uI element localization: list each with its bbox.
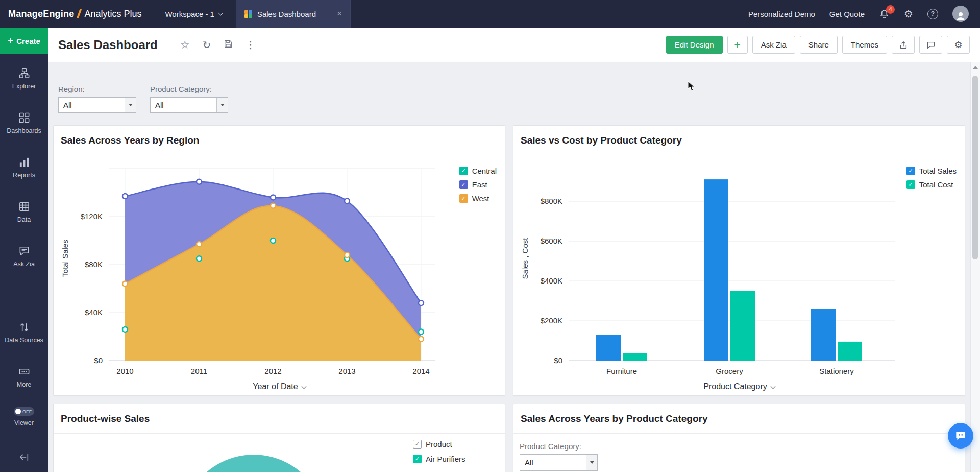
explorer-icon <box>18 67 30 79</box>
header-actions: Edit Design + Ask Zia Share Themes ⚙ <box>666 36 970 54</box>
add-widget-button[interactable]: + <box>727 36 748 54</box>
data-sources-icon <box>18 321 30 333</box>
svg-text:$600K: $600K <box>541 237 562 245</box>
user-avatar[interactable] <box>952 6 969 22</box>
svg-text:$40K: $40K <box>85 308 103 317</box>
help-button[interactable]: ? <box>927 9 938 19</box>
dashboard-tab-icon <box>244 10 252 18</box>
checkbox-checked-icon: ✓ <box>413 455 422 463</box>
save-button[interactable] <box>224 39 233 50</box>
svg-text:$120K: $120K <box>81 212 103 221</box>
scroll-up-arrow[interactable] <box>973 66 978 69</box>
widget-title: Sales Across Years by Product Category <box>513 404 965 434</box>
plus-icon: + <box>8 35 13 46</box>
tab-sales-dashboard[interactable]: Sales Dashboard × <box>236 0 351 28</box>
ask-zia-icon <box>18 245 30 257</box>
main-area: Sales Dashboard ☆ ↻ ⋮ Edit Design + Ask … <box>48 28 980 472</box>
widget-product-wise-sales: Product-wise Sales ✓ Product ✓ Air Purif… <box>53 404 505 472</box>
sidebar-item-more[interactable]: More <box>0 366 48 389</box>
tab-close-icon[interactable]: × <box>337 9 342 19</box>
sidebar-item-data-sources[interactable]: Data Sources <box>0 321 48 344</box>
chart-legend: ✓ Total Sales ✓ Total Cost <box>906 167 957 189</box>
person-icon <box>954 10 967 22</box>
widget-title: Product-wise Sales <box>54 404 505 434</box>
legend-item-product[interactable]: ✓ Product <box>413 440 465 449</box>
viewer-toggle[interactable]: OFF <box>14 407 34 416</box>
more-options-button[interactable]: ⋮ <box>246 40 255 50</box>
checkbox-checked-icon: ✓ <box>459 194 468 203</box>
brand-manageengine-text: ManageEngine <box>8 9 74 19</box>
brand-logo[interactable]: ManageEngine Analytics Plus <box>0 9 152 19</box>
ask-zia-button[interactable]: Ask Zia <box>752 36 795 54</box>
x-axis-title[interactable]: Year of Date <box>54 382 505 391</box>
settings-gear-button[interactable]: ⚙ <box>904 9 913 19</box>
export-button[interactable] <box>892 36 915 54</box>
dashboard-canvas: Region: All Product Category: All Sales … <box>48 62 980 472</box>
comments-button[interactable] <box>919 36 942 54</box>
svg-text:$80K: $80K <box>85 260 103 269</box>
export-icon <box>899 40 908 50</box>
region-filter: Region: All <box>58 85 136 113</box>
chat-bubble-icon <box>954 429 967 442</box>
widget-grid: Sales Across Years by Region $0$40K$80K$… <box>53 125 975 472</box>
product-category-filter-select[interactable]: All <box>150 97 228 113</box>
page-title: Sales Dashboard <box>58 38 158 52</box>
checkbox-checked-icon: ✓ <box>413 440 422 449</box>
svg-text:$200K: $200K <box>541 316 562 325</box>
favorite-star-button[interactable]: ☆ <box>180 39 190 50</box>
dropdown-arrow-icon <box>216 98 228 112</box>
sidebar-item-dashboards[interactable]: Dashboards <box>0 112 48 135</box>
share-button[interactable]: Share <box>800 36 838 54</box>
sidebar-item-data[interactable]: Data <box>0 201 48 224</box>
svg-text:2013: 2013 <box>338 367 355 375</box>
region-filter-select[interactable]: All <box>58 97 136 113</box>
sidebar: + Create Explorer Dashboards Reports Dat… <box>0 28 48 472</box>
widget-filter-label: Product Category: <box>520 442 965 451</box>
zia-chat-button[interactable] <box>948 423 973 449</box>
chevron-down-icon <box>770 384 775 389</box>
widget-sales-across-years-by-region: Sales Across Years by Region $0$40K$80K$… <box>53 125 505 396</box>
reports-icon <box>18 156 30 168</box>
y-axis-title: Total Sales <box>61 240 69 277</box>
sidebar-collapse-button[interactable] <box>18 452 30 465</box>
dashboards-icon <box>18 112 30 124</box>
product-category-filter-label: Product Category: <box>150 85 228 93</box>
sidebar-item-viewer: OFF Viewer <box>0 407 48 427</box>
sidebar-item-reports[interactable]: Reports <box>0 156 48 179</box>
checkbox-checked-icon: ✓ <box>459 167 468 175</box>
svg-text:2011: 2011 <box>191 367 207 375</box>
edit-design-button[interactable]: Edit Design <box>666 36 723 54</box>
legend-item-total-sales[interactable]: ✓ Total Sales <box>906 167 957 175</box>
widget-category-filter-select[interactable]: All <box>520 454 598 471</box>
checkbox-checked-icon: ✓ <box>906 167 915 175</box>
legend-item-total-cost[interactable]: ✓ Total Cost <box>906 180 957 189</box>
workspace-selector[interactable]: Workspace - 1 <box>152 0 235 28</box>
top-bar: ManageEngine Analytics Plus Workspace - … <box>0 0 980 28</box>
refresh-button[interactable]: ↻ <box>203 40 211 50</box>
collapse-icon <box>18 452 30 463</box>
widget-sales-vs-cost-by-product-category: Sales vs Cost by Product Category $0$200… <box>513 125 965 396</box>
brand-product-text: Analytics Plus <box>84 9 141 19</box>
dropdown-arrow-icon <box>586 455 597 470</box>
x-axis-title[interactable]: Product Category <box>513 382 965 391</box>
toggle-knob-icon <box>15 409 21 414</box>
get-quote-link[interactable]: Get Quote <box>829 10 865 18</box>
region-filter-label: Region: <box>58 85 136 93</box>
sidebar-item-explorer[interactable]: Explorer <box>0 67 48 90</box>
sidebar-item-ask-zia[interactable]: Ask Zia <box>0 245 48 268</box>
dashboard-header: Sales Dashboard ☆ ↻ ⋮ Edit Design + Ask … <box>48 28 980 62</box>
workspace-label: Workspace - 1 <box>165 10 214 18</box>
legend-item-air-purifiers[interactable]: ✓ Air Purifiers <box>413 455 465 463</box>
gear-icon: ⚙ <box>954 40 962 50</box>
legend-item-east[interactable]: ✓ East <box>459 180 497 189</box>
personalized-demo-link[interactable]: Personalized Demo <box>748 10 815 18</box>
dashboard-settings-button[interactable]: ⚙ <box>947 36 970 54</box>
notifications-button[interactable]: 4 <box>879 9 890 19</box>
themes-button[interactable]: Themes <box>842 36 887 54</box>
create-button[interactable]: + Create <box>0 28 48 54</box>
chart-legend: ✓ Central ✓ East ✓ West <box>459 167 497 203</box>
legend-item-west[interactable]: ✓ West <box>459 194 497 203</box>
legend-item-central[interactable]: ✓ Central <box>459 167 497 175</box>
scrollbar-thumb[interactable] <box>972 76 978 259</box>
widget-title: Sales vs Cost by Product Category <box>513 126 965 155</box>
